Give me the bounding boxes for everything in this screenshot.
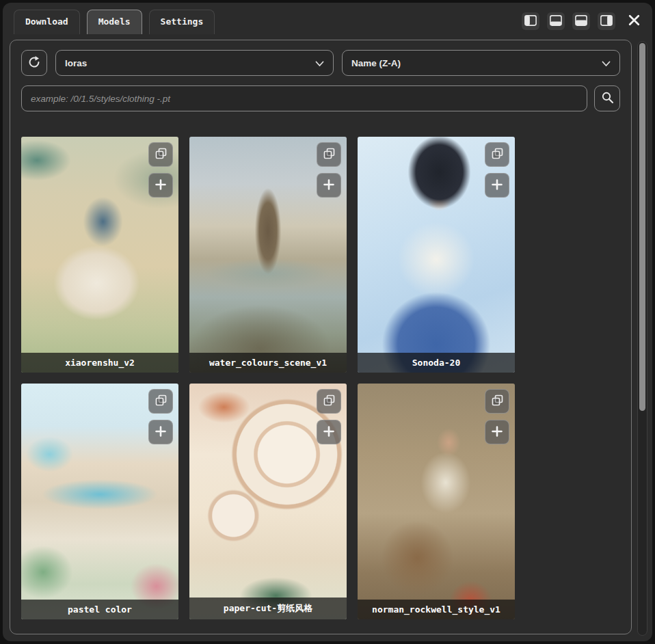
card-actions (148, 142, 173, 198)
model-grid: xiaorenshu_v2 water_colours_scene_v1 Son… (21, 137, 620, 619)
tab-settings[interactable]: Settings (149, 10, 215, 34)
add-model-button[interactable] (317, 173, 341, 198)
add-icon (490, 178, 504, 193)
scrollbar-thumb[interactable] (639, 43, 645, 411)
model-manager-window: Download Models Settings (3, 3, 652, 641)
dock-left-icon (524, 15, 537, 28)
dock-bottom-button[interactable] (546, 12, 565, 31)
add-icon (322, 178, 336, 193)
refresh-button[interactable] (21, 50, 47, 76)
copy-model-button[interactable] (485, 142, 509, 167)
add-icon (154, 425, 168, 440)
tab-download[interactable]: Download (14, 10, 80, 34)
add-model-button[interactable] (317, 420, 341, 444)
dock-bottom-fill-icon (575, 15, 587, 28)
model-card[interactable]: water_colours_scene_v1 (189, 137, 347, 373)
model-type-select[interactable]: loras (55, 50, 334, 76)
add-icon (322, 425, 336, 440)
copy-model-button[interactable] (148, 389, 173, 414)
model-name-label: norman_rockwell_style_v1 (358, 600, 515, 619)
card-actions (485, 142, 509, 198)
add-model-button[interactable] (148, 173, 173, 198)
copy-icon (323, 147, 336, 162)
tab-models[interactable]: Models (87, 10, 142, 34)
search-bar (21, 85, 620, 111)
dock-right-icon (600, 15, 613, 28)
sort-value: Name (Z-A) (351, 58, 401, 68)
copy-icon (491, 394, 504, 409)
model-name-label: pastel color (21, 600, 178, 619)
copy-model-button[interactable] (148, 142, 173, 167)
model-name-label: Sonoda-20 (358, 353, 515, 373)
search-button[interactable] (594, 85, 620, 111)
copy-icon (155, 147, 168, 162)
card-actions (148, 389, 173, 444)
search-input[interactable] (21, 85, 587, 111)
add-model-button[interactable] (485, 173, 509, 198)
titlebar: Download Models Settings (3, 3, 652, 40)
dock-right-button[interactable] (597, 12, 616, 31)
search-icon (601, 91, 614, 106)
add-model-button[interactable] (485, 420, 509, 444)
close-icon (628, 14, 641, 29)
model-card[interactable]: norman_rockwell_style_v1 (358, 384, 515, 619)
add-icon (154, 178, 168, 193)
close-button[interactable] (624, 11, 644, 31)
sort-select[interactable]: Name (Z-A) (342, 50, 620, 76)
copy-icon (491, 147, 504, 162)
card-actions (485, 389, 509, 444)
model-card[interactable]: xiaorenshu_v2 (21, 137, 178, 373)
model-card[interactable]: pastel color (21, 384, 178, 619)
add-icon (490, 425, 504, 440)
card-actions (317, 142, 341, 198)
copy-icon (323, 394, 336, 409)
copy-icon (155, 394, 168, 409)
model-name-label: paper-cut-剪纸风格 (189, 598, 347, 619)
model-card[interactable]: paper-cut-剪纸风格 (189, 384, 347, 619)
filter-toolbar: loras Name (Z-A) (21, 50, 620, 76)
scrollbar[interactable] (637, 41, 647, 636)
add-model-button[interactable] (148, 420, 173, 444)
titlebar-buttons (521, 11, 644, 31)
content-panel: loras Name (Z-A) xiaorenshu_v2 (10, 40, 632, 634)
model-name-label: water_colours_scene_v1 (189, 353, 347, 373)
card-actions (317, 389, 341, 444)
model-name-label: xiaorenshu_v2 (21, 353, 178, 373)
chevron-down-icon (602, 57, 611, 70)
copy-model-button[interactable] (317, 142, 341, 167)
copy-model-button[interactable] (485, 389, 509, 414)
copy-model-button[interactable] (317, 389, 341, 414)
dock-left-button[interactable] (521, 12, 540, 31)
tab-bar: Download Models Settings (14, 10, 215, 34)
dock-bottom-fill-button[interactable] (572, 12, 591, 31)
model-card[interactable]: Sonoda-20 (358, 137, 515, 373)
dock-bottom-icon (550, 15, 562, 28)
model-type-value: loras (65, 58, 87, 68)
chevron-down-icon (315, 57, 324, 70)
refresh-icon (27, 55, 41, 71)
